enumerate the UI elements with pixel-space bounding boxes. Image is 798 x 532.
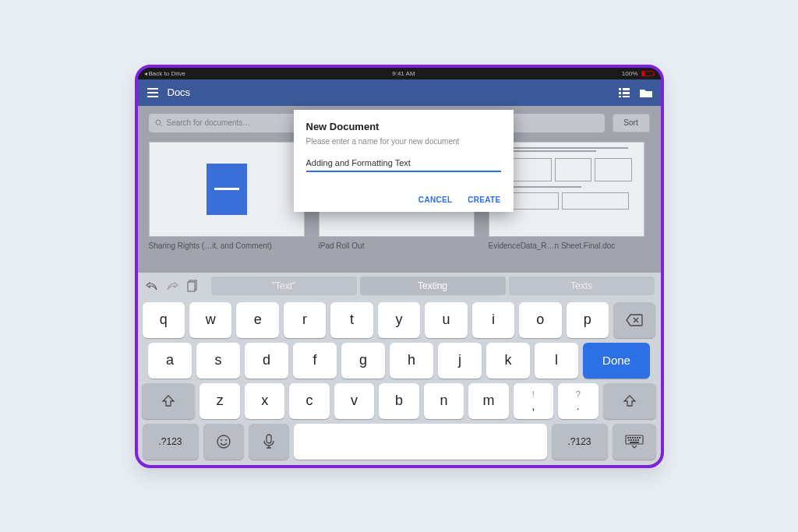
svg-rect-19 [639, 437, 641, 439]
key-u[interactable]: u [425, 302, 467, 338]
create-button[interactable]: CREATE [468, 196, 500, 204]
kb-suggestion[interactable]: Texting [360, 277, 506, 295]
svg-rect-4 [619, 96, 621, 97]
dialog-subtitle: Please enter a name for your new documen… [306, 137, 501, 146]
key-s[interactable]: s [196, 343, 240, 379]
document-name-input[interactable] [306, 153, 501, 172]
key-hide-keyboard[interactable] [613, 424, 656, 460]
new-document-dialog: New Document Please enter a name for you… [294, 110, 514, 212]
app-header: Docs [138, 79, 661, 106]
svg-rect-17 [634, 437, 636, 439]
back-to-drive-link[interactable]: ◂Back to Drive [144, 70, 186, 77]
key-t[interactable]: t [330, 302, 373, 338]
svg-rect-15 [630, 437, 631, 439]
folder-icon[interactable] [639, 86, 653, 100]
key-backspace[interactable] [613, 302, 655, 338]
doc-card[interactable]: Sharing Rights (…it, and Comment) [149, 142, 305, 250]
svg-rect-12 [267, 435, 271, 443]
svg-rect-22 [633, 439, 634, 441]
svg-rect-20 [628, 439, 630, 441]
svg-rect-5 [623, 96, 630, 97]
key-b[interactable]: b [379, 383, 418, 419]
svg-point-10 [221, 439, 222, 441]
svg-point-6 [156, 120, 161, 125]
key-punct[interactable]: !, [514, 383, 553, 419]
svg-rect-18 [637, 437, 638, 439]
clipboard-icon[interactable] [185, 278, 200, 294]
svg-rect-14 [627, 437, 629, 439]
svg-rect-23 [635, 439, 637, 441]
app-title: Docs [168, 86, 191, 98]
redo-icon[interactable] [164, 278, 180, 294]
doc-title: iPad Roll Out [319, 241, 475, 250]
svg-rect-25 [630, 442, 639, 443]
key-i[interactable]: i [472, 302, 514, 338]
key-r[interactable]: r [284, 302, 326, 338]
menu-icon[interactable] [146, 86, 160, 100]
key-punct[interactable]: ?. [558, 383, 598, 419]
key-space[interactable] [294, 424, 547, 460]
key-numbers[interactable]: .?123 [143, 424, 199, 460]
svg-rect-0 [619, 88, 621, 90]
key-l[interactable]: l [535, 343, 578, 379]
svg-rect-1 [623, 88, 630, 90]
battery-icon [641, 71, 654, 76]
kb-suggestion[interactable]: Texts [509, 277, 655, 295]
doc-title: EvidenceData_R…n Sheet.Final.doc [489, 241, 644, 250]
key-d[interactable]: d [245, 343, 288, 379]
key-shift[interactable] [142, 383, 195, 419]
cancel-button[interactable]: CANCEL [418, 196, 452, 204]
key-w[interactable]: w [189, 302, 231, 338]
key-e[interactable]: e [236, 302, 278, 338]
status-time: 9:41 AM [392, 70, 415, 77]
key-k[interactable]: k [486, 343, 530, 379]
key-x[interactable]: x [245, 383, 284, 419]
kb-suggestion[interactable]: "Text" [211, 277, 357, 295]
svg-rect-16 [632, 437, 634, 439]
status-right: 100% [622, 70, 655, 77]
svg-point-9 [217, 435, 230, 448]
key-o[interactable]: o [519, 302, 561, 338]
key-shift[interactable] [603, 383, 656, 419]
svg-rect-21 [630, 439, 632, 441]
svg-rect-8 [188, 282, 195, 291]
key-q[interactable]: q [143, 302, 185, 338]
key-dictation[interactable] [249, 424, 289, 460]
ipad-frame: ◂Back to Drive 9:41 AM 100% Docs Search … [135, 65, 664, 468]
key-n[interactable]: n [424, 383, 464, 419]
key-h[interactable]: h [390, 343, 433, 379]
key-done[interactable]: Done [583, 343, 650, 379]
doc-title: Sharing Rights (…it, and Comment) [149, 241, 305, 250]
key-f[interactable]: f [293, 343, 337, 379]
key-a[interactable]: a [148, 343, 192, 379]
docs-file-icon [207, 164, 247, 215]
sort-button[interactable]: Sort [613, 114, 650, 132]
undo-icon[interactable] [144, 278, 160, 294]
key-p[interactable]: p [567, 302, 609, 338]
svg-rect-2 [619, 92, 621, 94]
ios-keyboard: "Text" Texting Texts qwertyuiop asdfghjk… [138, 273, 661, 465]
key-v[interactable]: v [334, 383, 374, 419]
svg-point-11 [225, 439, 227, 441]
svg-rect-3 [623, 92, 630, 94]
key-j[interactable]: j [438, 343, 482, 379]
key-numbers[interactable]: .?123 [552, 424, 608, 460]
key-g[interactable]: g [341, 343, 385, 379]
svg-rect-24 [637, 439, 639, 441]
key-z[interactable]: z [200, 383, 239, 419]
key-c[interactable]: c [289, 383, 329, 419]
key-emoji[interactable] [203, 424, 244, 460]
key-y[interactable]: y [378, 302, 420, 338]
key-m[interactable]: m [468, 383, 508, 419]
ios-status-bar: ◂Back to Drive 9:41 AM 100% [138, 68, 661, 79]
dialog-title: New Document [306, 121, 501, 132]
list-view-icon[interactable] [617, 86, 631, 100]
